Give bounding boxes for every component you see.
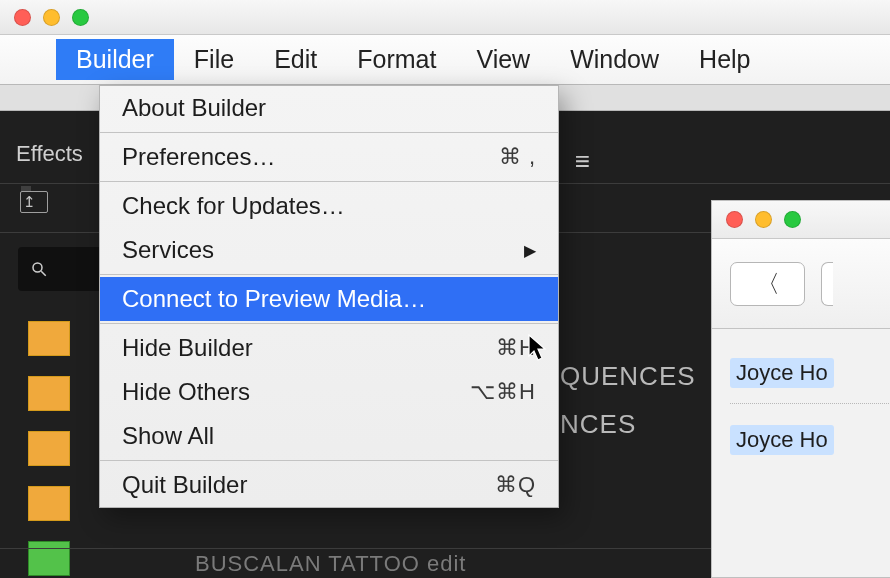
menu-item-label: Show All	[122, 422, 214, 450]
menu-item-label: About Builder	[122, 94, 266, 122]
secondary-window: 〈 Joyce Ho Joyce Ho	[711, 200, 890, 578]
zoom-window-button[interactable]	[72, 9, 89, 26]
list-separator	[730, 403, 890, 404]
minimize-window-button[interactable]	[43, 9, 60, 26]
minimize-window-button[interactable]	[755, 211, 772, 228]
app-dropdown-menu: About Builder Preferences… ⌘ , Check for…	[99, 85, 559, 508]
menu-item-label: Services	[122, 236, 214, 264]
keyboard-shortcut: ⌘H	[496, 335, 536, 361]
menu-item-label: Quit Builder	[122, 471, 247, 499]
bin-item[interactable]	[28, 431, 70, 466]
list-item-label: Joyce Ho	[730, 425, 834, 455]
menu-item-label: Hide Others	[122, 378, 250, 406]
menu-separator	[100, 132, 558, 133]
menu-preferences[interactable]: Preferences… ⌘ ,	[100, 135, 558, 179]
bin-item[interactable]	[28, 486, 70, 521]
keyboard-shortcut: ⌘ ,	[499, 144, 536, 170]
format-menu[interactable]: Format	[337, 39, 456, 80]
back-button[interactable]: 〈	[730, 262, 805, 306]
edit-menu[interactable]: Edit	[254, 39, 337, 80]
menu-item-label: Preferences…	[122, 143, 275, 171]
window-titlebar	[0, 0, 890, 35]
forward-button-partial[interactable]	[821, 262, 833, 306]
label-partial-sequences: QUENCES	[560, 361, 696, 392]
folder-up-arrow-icon: ↥	[23, 193, 36, 211]
menu-show-all[interactable]: Show All	[100, 414, 558, 458]
bottom-partial-label: BUSCALAN TATTOO edit	[195, 551, 466, 577]
zoom-window-button[interactable]	[784, 211, 801, 228]
menu-item-label: Connect to Preview Media…	[122, 285, 426, 313]
menu-check-updates[interactable]: Check for Updates…	[100, 184, 558, 228]
app-menu-builder[interactable]: Builder	[56, 39, 174, 80]
bin-item[interactable]	[28, 321, 70, 356]
list-item[interactable]: Joyce Ho	[730, 347, 890, 399]
label-partial-nces: NCES	[560, 409, 636, 440]
menu-item-label: Hide Builder	[122, 334, 253, 362]
window-menu[interactable]: Window	[550, 39, 679, 80]
secondary-body: Joyce Ho Joyce Ho	[712, 329, 890, 466]
search-icon	[30, 260, 48, 278]
menu-connect-preview-media[interactable]: Connect to Preview Media…	[100, 277, 558, 321]
menu-item-label: Check for Updates…	[122, 192, 345, 220]
menu-separator	[100, 323, 558, 324]
menu-separator	[100, 460, 558, 461]
bin-item[interactable]	[28, 376, 70, 411]
secondary-window-titlebar	[712, 201, 890, 239]
bin-list	[28, 321, 70, 578]
keyboard-shortcut: ⌘Q	[495, 472, 536, 498]
file-menu[interactable]: File	[174, 39, 254, 80]
secondary-toolbar: 〈	[712, 239, 890, 329]
view-menu[interactable]: View	[456, 39, 550, 80]
chevron-left-icon: 〈	[756, 268, 780, 300]
list-item[interactable]: Joyce Ho	[730, 414, 890, 466]
keyboard-shortcut: ⌥⌘H	[470, 379, 536, 405]
menu-quit-builder[interactable]: Quit Builder ⌘Q	[100, 463, 558, 507]
submenu-arrow-icon: ▶	[524, 241, 536, 260]
menu-bar: Builder File Edit Format View Window Hel…	[0, 35, 890, 85]
menu-separator	[100, 274, 558, 275]
help-menu[interactable]: Help	[679, 39, 770, 80]
hamburger-icon[interactable]: ≡	[575, 146, 590, 177]
list-item-label: Joyce Ho	[730, 358, 834, 388]
svg-line-1	[41, 271, 46, 276]
menu-hide-others[interactable]: Hide Others ⌥⌘H	[100, 370, 558, 414]
menu-hide-builder[interactable]: Hide Builder ⌘H	[100, 326, 558, 370]
menu-services[interactable]: Services ▶	[100, 228, 558, 272]
effects-panel-label: Effects	[16, 141, 83, 167]
svg-point-0	[33, 263, 42, 272]
close-window-button[interactable]	[726, 211, 743, 228]
close-window-button[interactable]	[14, 9, 31, 26]
menu-separator	[100, 181, 558, 182]
menu-about-builder[interactable]: About Builder	[100, 86, 558, 130]
